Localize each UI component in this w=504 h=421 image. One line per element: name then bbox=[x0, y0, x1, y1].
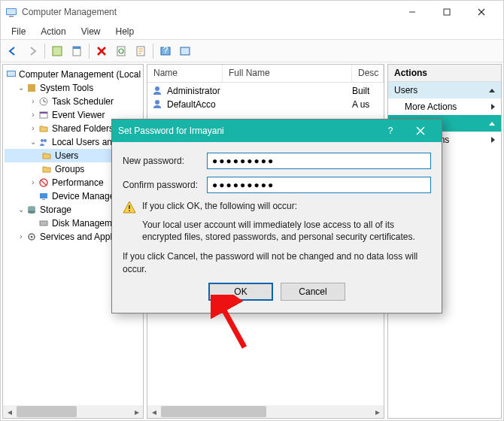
svg-rect-17 bbox=[181, 47, 190, 55]
tree-label: Local Users and bbox=[52, 135, 117, 149]
menu-action[interactable]: Action bbox=[33, 25, 73, 38]
cell-desc: A us bbox=[352, 99, 384, 110]
tree-hscrollbar[interactable]: ◂ ▸ bbox=[3, 405, 143, 418]
new-password-input[interactable] bbox=[207, 153, 431, 169]
clock-icon bbox=[38, 95, 50, 108]
tree-label: System Tools bbox=[40, 81, 93, 95]
close-button[interactable] bbox=[464, 1, 499, 23]
actions-item-label: More Actions bbox=[405, 101, 457, 112]
tree-label: Computer Management (Local bbox=[19, 68, 141, 81]
shared-folder-icon bbox=[38, 123, 50, 135]
svg-rect-40 bbox=[129, 205, 130, 209]
properties-button[interactable] bbox=[68, 42, 86, 60]
actions-group-label: Users bbox=[394, 85, 417, 95]
svg-rect-1 bbox=[7, 9, 16, 14]
warning-icon bbox=[123, 201, 136, 214]
svg-rect-28 bbox=[40, 193, 47, 198]
minimize-button[interactable] bbox=[395, 1, 430, 23]
scroll-thumb[interactable] bbox=[17, 406, 77, 417]
tree-label: Device Manage bbox=[52, 189, 114, 203]
tree-label: Shared Folders bbox=[52, 122, 114, 135]
cell-desc: Built bbox=[352, 86, 384, 96]
separator bbox=[89, 44, 90, 59]
actions-group-users[interactable]: Users bbox=[388, 82, 501, 98]
svg-rect-29 bbox=[42, 199, 45, 200]
svg-rect-19 bbox=[8, 71, 15, 76]
col-fullname[interactable]: Full Name bbox=[223, 65, 352, 82]
warning-detail-2: If you click Cancel, the password will n… bbox=[123, 250, 431, 274]
scroll-right-icon[interactable]: ▸ bbox=[130, 405, 143, 418]
collapse-icon bbox=[489, 122, 495, 126]
ok-button[interactable]: OK bbox=[208, 283, 273, 301]
disk-icon bbox=[38, 217, 50, 229]
user-icon bbox=[152, 85, 164, 97]
menu-help[interactable]: Help bbox=[108, 25, 142, 38]
actions-header: Actions bbox=[388, 65, 501, 82]
svg-line-27 bbox=[41, 180, 47, 186]
tree-label: Performance bbox=[52, 176, 104, 189]
tree-label: Groups bbox=[55, 162, 84, 176]
scroll-left-icon[interactable]: ◂ bbox=[147, 405, 160, 418]
toolbar: ? bbox=[1, 40, 503, 62]
svg-point-35 bbox=[31, 236, 33, 238]
tools-icon bbox=[26, 82, 38, 94]
help-button[interactable]: ? bbox=[156, 42, 175, 60]
dialog-titlebar: Set Password for Irmayani ? bbox=[112, 120, 442, 142]
menu-file[interactable]: File bbox=[4, 25, 33, 38]
list-row[interactable]: DefaultAcco A us bbox=[147, 98, 384, 111]
export-button[interactable] bbox=[132, 42, 150, 60]
dialog-help-button[interactable]: ? bbox=[375, 120, 405, 142]
back-button[interactable] bbox=[4, 42, 22, 60]
warning-heading: If you click OK, the following will occu… bbox=[142, 201, 297, 214]
set-password-dialog: Set Password for Irmayani ? New password… bbox=[111, 119, 442, 313]
app-icon bbox=[5, 6, 17, 18]
svg-point-24 bbox=[41, 139, 44, 142]
svg-rect-41 bbox=[129, 210, 130, 212]
cancel-label: Cancel bbox=[299, 286, 326, 297]
svg-point-25 bbox=[44, 139, 47, 142]
dialog-title: Set Password for Irmayani bbox=[118, 126, 375, 136]
tree-system-tools[interactable]: ⌄System Tools bbox=[5, 81, 141, 95]
event-icon bbox=[38, 109, 50, 121]
col-name[interactable]: Name bbox=[147, 65, 223, 82]
tree-root[interactable]: Computer Management (Local bbox=[5, 68, 141, 81]
list-header: Name Full Name Desc bbox=[147, 65, 384, 83]
svg-rect-2 bbox=[9, 16, 14, 17]
up-button[interactable] bbox=[48, 42, 66, 60]
svg-rect-7 bbox=[53, 47, 62, 56]
user-icon bbox=[152, 98, 164, 111]
svg-text:?: ? bbox=[163, 45, 169, 56]
tree-task-scheduler[interactable]: ›Task Scheduler bbox=[5, 95, 141, 108]
svg-rect-9 bbox=[73, 47, 80, 49]
tree-label: Event Viewer bbox=[52, 108, 105, 122]
device-icon bbox=[38, 190, 50, 202]
refresh-button[interactable] bbox=[112, 42, 130, 60]
forward-button[interactable] bbox=[23, 42, 41, 60]
confirm-password-label: Confirm password: bbox=[123, 180, 207, 190]
svg-rect-4 bbox=[444, 9, 450, 15]
computer-icon bbox=[6, 68, 17, 80]
svg-point-32 bbox=[28, 210, 35, 214]
cancel-button[interactable]: Cancel bbox=[281, 283, 345, 301]
chevron-right-icon bbox=[491, 104, 495, 110]
delete-button[interactable] bbox=[93, 42, 111, 60]
list-hscrollbar[interactable]: ◂ ▸ bbox=[147, 405, 384, 418]
titlebar: Computer Management bbox=[1, 1, 503, 23]
list-row[interactable]: Administrator Built bbox=[147, 84, 384, 98]
scroll-right-icon[interactable]: ▸ bbox=[371, 405, 384, 418]
svg-rect-33 bbox=[40, 221, 47, 226]
view-button[interactable] bbox=[176, 42, 194, 60]
new-password-label: New password: bbox=[123, 156, 207, 166]
col-description[interactable]: Desc bbox=[352, 65, 384, 82]
cell-name: Administrator bbox=[167, 86, 238, 96]
maximize-button[interactable] bbox=[430, 1, 464, 23]
dialog-close-button[interactable] bbox=[405, 120, 436, 142]
actions-more-1[interactable]: More Actions bbox=[388, 98, 501, 115]
svg-rect-20 bbox=[28, 84, 35, 92]
confirm-password-input[interactable] bbox=[207, 177, 431, 193]
tree-label: Users bbox=[55, 149, 78, 162]
menu-view[interactable]: View bbox=[74, 25, 108, 38]
gear-icon bbox=[26, 231, 38, 243]
scroll-thumb[interactable] bbox=[161, 406, 266, 417]
scroll-left-icon[interactable]: ◂ bbox=[3, 405, 16, 418]
